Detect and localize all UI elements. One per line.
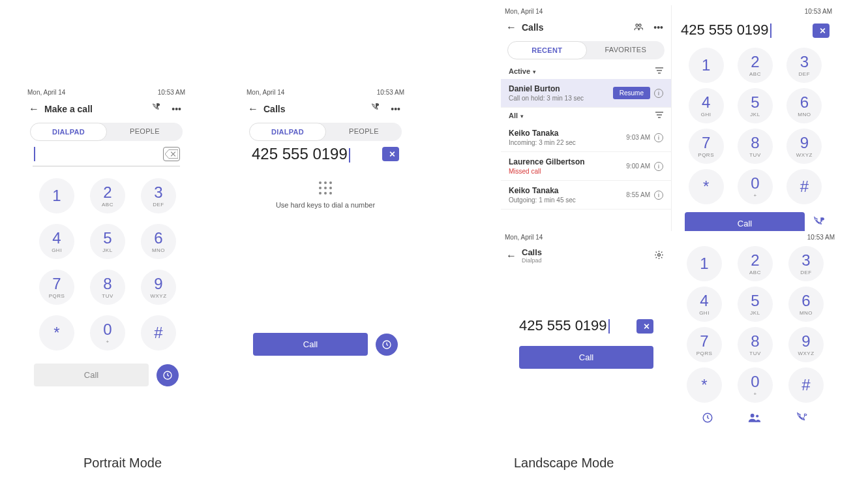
number-input[interactable]: 425 555 0199 bbox=[519, 317, 631, 335]
history-icon[interactable] bbox=[702, 412, 713, 428]
tab-recent[interactable]: RECENT bbox=[507, 41, 587, 59]
more-icon[interactable]: ••• bbox=[651, 22, 666, 33]
more-icon[interactable]: ••• bbox=[169, 104, 184, 114]
svg-point-4 bbox=[636, 23, 638, 26]
call-list-item[interactable]: Keiko TanakaOutgoing: 1 min 45 sec8:55 A… bbox=[501, 181, 671, 210]
back-button[interactable]: ← bbox=[506, 250, 516, 262]
filter-icon[interactable] bbox=[655, 67, 663, 75]
backspace-button[interactable] bbox=[813, 23, 830, 38]
info-icon[interactable]: i bbox=[654, 89, 663, 98]
dial-key-5[interactable]: 5JKL bbox=[738, 88, 773, 123]
call-park-icon[interactable]: P bbox=[796, 412, 809, 428]
settings-icon[interactable] bbox=[651, 250, 666, 262]
dial-key-4[interactable]: 4GHI bbox=[687, 287, 722, 322]
dial-key-9[interactable]: 9WXYZ bbox=[786, 129, 822, 164]
status-date: Mon, April 14 bbox=[247, 89, 284, 96]
backspace-button[interactable] bbox=[382, 147, 399, 161]
people-icon[interactable] bbox=[631, 22, 646, 33]
status-bar: 10:53 AM bbox=[674, 5, 836, 18]
tab-favorites[interactable]: FAVORITES bbox=[587, 41, 665, 59]
status-date: Mon, April 14 bbox=[505, 8, 543, 15]
resume-button[interactable]: Resume bbox=[613, 87, 650, 99]
dial-key-7[interactable]: 7PQRS bbox=[39, 270, 74, 305]
backspace-button[interactable] bbox=[163, 147, 180, 161]
svg-point-15 bbox=[751, 414, 755, 418]
dial-key-1[interactable]: 1 bbox=[689, 48, 724, 83]
dial-key-#[interactable]: # bbox=[788, 367, 824, 403]
people-icon[interactable] bbox=[748, 412, 761, 428]
info-icon[interactable]: i bbox=[654, 191, 663, 200]
tab-dialpad[interactable]: DIALPAD bbox=[249, 123, 326, 141]
page-title: Calls bbox=[522, 247, 646, 257]
dial-key-1[interactable]: 1 bbox=[39, 178, 74, 213]
number-input[interactable] bbox=[33, 145, 158, 163]
dial-key-5[interactable]: 5JKL bbox=[90, 224, 125, 259]
dial-key-6[interactable]: 6MNO bbox=[788, 287, 824, 322]
call-button[interactable]: Call bbox=[34, 364, 149, 386]
dial-key-6[interactable]: 6MNO bbox=[786, 88, 822, 123]
tab-dialpad[interactable]: DIALPAD bbox=[30, 123, 107, 141]
tab-people[interactable]: PEOPLE bbox=[326, 123, 402, 141]
tab-people[interactable]: PEOPLE bbox=[107, 123, 183, 141]
call-button[interactable]: Call bbox=[519, 346, 653, 369]
dial-key-4[interactable]: 4GHI bbox=[39, 224, 74, 259]
status-bar: 10:53 AM bbox=[672, 231, 839, 243]
number-input[interactable]: 425 555 0199 bbox=[252, 145, 377, 163]
svg-text:P: P bbox=[157, 103, 160, 108]
back-button[interactable]: ← bbox=[506, 22, 516, 33]
dial-key-0[interactable]: 0+ bbox=[90, 315, 125, 351]
tab-bar: DIALPAD PEOPLE bbox=[30, 123, 183, 141]
dial-key-*[interactable]: * bbox=[687, 367, 722, 403]
filter-icon[interactable] bbox=[655, 112, 663, 119]
dial-key-5[interactable]: 5JKL bbox=[738, 287, 773, 322]
dialpad: 12ABC3DEF4GHI5JKL6MNO7PQRS8TUV9WXYZ*0+# bbox=[23, 172, 189, 357]
svg-text:P: P bbox=[803, 413, 807, 418]
call-park-icon[interactable]: P bbox=[148, 102, 164, 115]
dial-key-6[interactable]: 6MNO bbox=[141, 224, 176, 259]
dial-key-8[interactable]: 8TUV bbox=[90, 270, 125, 305]
info-icon[interactable]: i bbox=[654, 133, 663, 142]
dial-key-7[interactable]: 7PQRS bbox=[687, 327, 722, 362]
dial-key-#[interactable]: # bbox=[786, 169, 822, 204]
call-sub: Call on hold: 3 min 13 sec bbox=[509, 95, 584, 102]
dial-key-#[interactable]: # bbox=[141, 315, 176, 351]
dial-key-*[interactable]: * bbox=[39, 315, 74, 351]
status-time: 10:53 AM bbox=[805, 8, 832, 15]
dial-key-3[interactable]: 3DEF bbox=[786, 48, 822, 83]
call-park-icon[interactable]: P bbox=[367, 102, 383, 115]
call-on-hold-item[interactable]: Daniel Burton Call on hold: 3 min 13 sec… bbox=[501, 79, 671, 108]
dial-key-2[interactable]: 2ABC bbox=[90, 178, 125, 213]
dial-key-*[interactable]: * bbox=[689, 169, 724, 204]
history-button[interactable] bbox=[376, 334, 398, 356]
call-list-item[interactable]: Laurence GilbertsonMissed call9:00 AMi bbox=[501, 152, 671, 181]
call-park-icon[interactable]: P bbox=[813, 216, 826, 232]
dial-key-9[interactable]: 9WXYZ bbox=[788, 327, 824, 362]
active-filter[interactable]: Active▾ bbox=[509, 67, 536, 75]
dial-key-2[interactable]: 2ABC bbox=[738, 246, 773, 281]
dial-key-2[interactable]: 2ABC bbox=[738, 48, 773, 83]
dial-key-3[interactable]: 3DEF bbox=[141, 178, 176, 213]
dial-key-8[interactable]: 8TUV bbox=[738, 327, 773, 362]
number-input[interactable]: 425 555 0199 bbox=[681, 22, 807, 40]
dial-key-0[interactable]: 0+ bbox=[738, 169, 773, 204]
dial-key-1[interactable]: 1 bbox=[687, 246, 722, 281]
dial-key-4[interactable]: 4GHI bbox=[689, 88, 724, 123]
dial-key-7[interactable]: 7PQRS bbox=[689, 129, 724, 164]
dial-key-3[interactable]: 3DEF bbox=[788, 246, 824, 281]
call-name: Daniel Burton bbox=[509, 84, 584, 93]
dial-hint: Use hard keys to dial a number bbox=[276, 201, 375, 209]
call-list-item[interactable]: Keiko TanakaIncoming: 3 min 22 sec9:03 A… bbox=[501, 123, 671, 152]
dial-key-8[interactable]: 8TUV bbox=[738, 129, 773, 164]
dial-key-9[interactable]: 9WXYZ bbox=[141, 270, 176, 305]
dial-key-0[interactable]: 0+ bbox=[738, 367, 773, 403]
backspace-button[interactable] bbox=[636, 319, 653, 334]
info-icon[interactable]: i bbox=[654, 162, 663, 171]
more-icon[interactable]: ••• bbox=[388, 104, 403, 114]
svg-point-16 bbox=[756, 414, 758, 417]
back-button[interactable]: ← bbox=[248, 103, 258, 115]
status-bar: Mon, April 14 10:53 AM bbox=[23, 86, 189, 99]
history-button[interactable] bbox=[157, 364, 179, 386]
all-filter[interactable]: All▾ bbox=[509, 112, 524, 119]
call-button[interactable]: Call bbox=[253, 333, 368, 356]
back-button[interactable]: ← bbox=[29, 103, 39, 115]
